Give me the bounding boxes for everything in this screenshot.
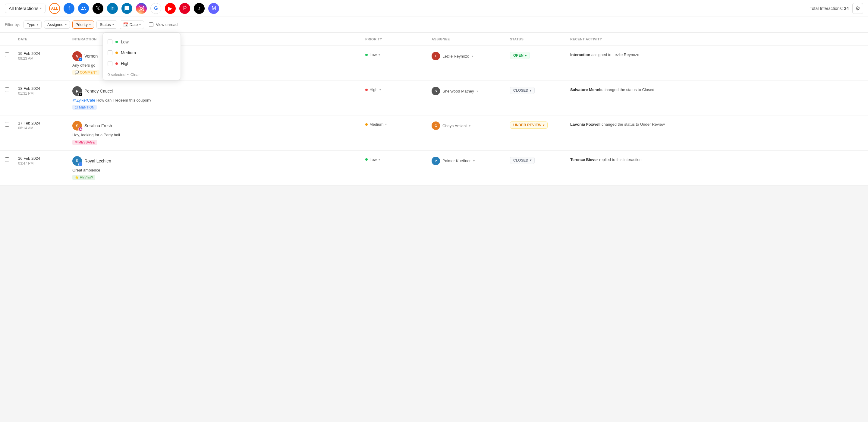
low-dot: [116, 41, 118, 43]
priority-change-chevron-0[interactable]: ▾: [378, 53, 380, 56]
interaction-tag-2: ✉ MESSAGE: [72, 140, 97, 145]
status-badge-1[interactable]: CLOSED ▾: [510, 87, 535, 94]
priority-dot-0: [365, 54, 368, 56]
assignee-cell-1: S Sherwood Matney ▾: [432, 86, 510, 95]
date-main-1: 18 Feb 2024: [18, 86, 72, 91]
platform-badge-2: ◉: [79, 127, 83, 131]
assignee-avatar-2: C: [432, 121, 440, 130]
interaction-cell-3: R G Royal Lechien Great ambience ⭐ REVIE…: [72, 156, 365, 180]
assignee-change-chevron-3[interactable]: ▾: [473, 159, 475, 162]
table-row: 17 Feb 2024 08:14 AM S ◉ Serafina Fresh …: [0, 116, 868, 150]
selected-count: 0 selected: [107, 72, 125, 77]
user-name-1: Penney Caucci: [84, 89, 113, 93]
instagram-icon[interactable]: [136, 3, 147, 14]
status-badge-2[interactable]: UNDER REVIEW ▾: [510, 121, 548, 129]
all-interactions-label: All Interactions: [9, 6, 38, 11]
priority-label-1: High: [370, 87, 378, 92]
priority-option-low[interactable]: Low: [103, 36, 181, 47]
total-interactions-label: Total Interactions: 24: [810, 6, 849, 11]
platform-badge-1: 𝕏: [79, 92, 83, 96]
high-checkbox[interactable]: [107, 61, 113, 66]
low-label: Low: [121, 39, 129, 44]
assignee-name-3: Palmer Kueffner: [442, 158, 471, 163]
view-unread-toggle[interactable]: View unread: [149, 22, 178, 27]
platform-badge-3: G: [79, 162, 83, 167]
table-row: 18 Feb 2024 01:31 PM P 𝕏 Penney Caucci @…: [0, 81, 868, 116]
assignee-avatar-0: L: [432, 52, 440, 60]
assignee-change-chevron-2[interactable]: ▾: [469, 124, 470, 127]
priority-change-chevron-1[interactable]: ▾: [379, 88, 381, 91]
facebook-icon[interactable]: f: [64, 3, 74, 14]
row-checkbox-1[interactable]: [5, 87, 9, 92]
priority-option-high[interactable]: High: [103, 58, 181, 69]
status-badge-3[interactable]: CLOSED ▾: [510, 157, 535, 164]
status-filter[interactable]: Status ▾: [96, 21, 117, 29]
view-unread-checkbox[interactable]: [149, 22, 153, 27]
status-badge-0[interactable]: OPEN ▾: [510, 52, 530, 59]
priority-label-0: Low: [370, 53, 377, 57]
status-cell-3: CLOSED ▾: [510, 156, 570, 164]
top-nav: All Interactions ▾ ALL f 𝕏 in G ▶ P ♪ M …: [0, 0, 868, 17]
status-cell-0: OPEN ▾: [510, 51, 570, 59]
interaction-text-1: @ZylkerCafe How can I redeem this coupon…: [72, 98, 361, 103]
row-checkbox-0[interactable]: [5, 53, 9, 57]
all-interactions-dropdown[interactable]: All Interactions ▾: [5, 4, 45, 13]
assignee-filter[interactable]: Assignee ▾: [44, 21, 70, 29]
priority-option-medium[interactable]: Medium: [103, 47, 181, 58]
status-chevron-1: ▾: [530, 89, 531, 92]
activity-cell-1: Salvatore Mennis changed the status to C…: [570, 86, 863, 93]
priority-label-2: Medium: [370, 122, 383, 127]
status-cell-1: CLOSED ▾: [510, 86, 570, 94]
groups-icon[interactable]: [78, 3, 89, 14]
mastodon-icon[interactable]: M: [208, 3, 219, 14]
priority-cell-1: High ▾: [365, 86, 432, 92]
col-date: DATE: [18, 37, 72, 41]
calendar-icon: 📅: [123, 22, 128, 27]
all-icon[interactable]: ALL: [49, 3, 60, 14]
filter-by-label: Filter by:: [5, 22, 20, 27]
assignee-avatar-3: P: [432, 157, 440, 165]
priority-filter[interactable]: Priority ▾: [72, 21, 94, 29]
date-time-1: 01:31 PM: [18, 91, 72, 95]
pinterest-icon[interactable]: P: [179, 3, 190, 14]
interaction-tag-1: @ MENTION: [72, 105, 97, 110]
chat-icon[interactable]: [121, 3, 132, 14]
settings-button[interactable]: ⚙: [852, 3, 863, 14]
google-icon[interactable]: G: [150, 3, 161, 14]
youtube-icon[interactable]: ▶: [165, 3, 176, 14]
assignee-name-2: Chaya Amlani: [442, 124, 467, 128]
low-checkbox[interactable]: [107, 39, 113, 44]
medium-checkbox[interactable]: [107, 50, 113, 55]
user-avatar-0: V f: [72, 51, 82, 61]
priority-change-chevron-2[interactable]: ▾: [385, 123, 387, 126]
table-row: 16 Feb 2024 03:47 PM R G Royal Lechien G…: [0, 151, 868, 186]
clear-link[interactable]: Clear: [130, 72, 140, 77]
priority-change-chevron-3[interactable]: ▾: [378, 158, 380, 161]
interaction-cell-2: S ◉ Serafina Fresh Hey, looking for a Pa…: [72, 121, 365, 145]
filter-bar: Filter by: Type ▾ Assignee ▾ Priority ▾ …: [0, 17, 868, 33]
assignee-cell-2: C Chaya Amlani ▾: [432, 121, 510, 130]
date-filter[interactable]: 📅 Date ▾: [120, 21, 144, 29]
linkedin-icon[interactable]: in: [107, 3, 118, 14]
date-cell-3: 16 Feb 2024 03:47 PM: [18, 156, 72, 165]
assignee-name-0: Lezlie Reynozo: [442, 54, 469, 58]
assignee-chevron: ▾: [65, 23, 67, 26]
twitter-icon[interactable]: 𝕏: [93, 3, 103, 14]
priority-dropdown: Low Medium High 0 selected • Clear: [102, 33, 181, 80]
row-checkbox-2[interactable]: [5, 122, 9, 127]
row-checkbox-col: [5, 156, 18, 162]
status-chevron: ▾: [113, 23, 114, 26]
interaction-text-2: Hey, looking for a Party hall: [72, 132, 361, 138]
dropdown-chevron: ▾: [40, 7, 41, 10]
date-main-0: 19 Feb 2024: [18, 51, 72, 56]
priority-cell-2: Medium ▾: [365, 121, 432, 127]
assignee-change-chevron-1[interactable]: ▾: [476, 90, 478, 93]
assignee-change-chevron-0[interactable]: ▾: [472, 55, 473, 58]
mention-link[interactable]: @ZylkerCafe: [72, 98, 95, 102]
type-chevron: ▾: [37, 23, 38, 26]
type-filter[interactable]: Type ▾: [24, 21, 41, 29]
date-main-2: 17 Feb 2024: [18, 121, 72, 125]
row-checkbox-3[interactable]: [5, 157, 9, 162]
tiktok-icon[interactable]: ♪: [194, 3, 205, 14]
date-cell-1: 18 Feb 2024 01:31 PM: [18, 86, 72, 95]
